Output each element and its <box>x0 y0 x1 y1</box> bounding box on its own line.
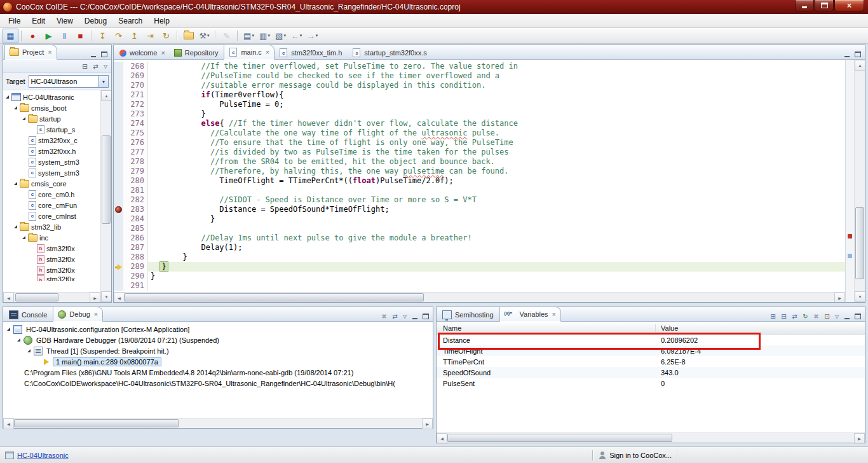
editor-vscrollbar[interactable]: ▲ ▼ <box>854 60 865 302</box>
code-text[interactable] <box>148 186 845 195</box>
gutter-margin[interactable] <box>114 262 123 272</box>
gutter-margin[interactable] <box>114 62 123 71</box>
code-text[interactable]: } <box>148 214 845 224</box>
code-text[interactable]: PulseTime = 0; <box>148 100 845 109</box>
gutter-margin[interactable] <box>114 233 123 243</box>
code-text[interactable]: } <box>148 272 845 281</box>
breakpoint-icon[interactable] <box>115 206 122 213</box>
project-hscrollbar[interactable]: ◀ ▶ <box>3 292 100 302</box>
code-line[interactable]: 273} <box>114 109 845 119</box>
editor-layout-button[interactable]: ▥▾ <box>257 29 273 43</box>
variable-row[interactable]: TTimePerCnt6.25E-8 <box>437 356 865 367</box>
menu-item-help[interactable]: Help <box>148 15 175 27</box>
expand-toggle-icon[interactable] <box>22 236 25 239</box>
code-text[interactable]: //suitable error message could be displa… <box>148 81 845 90</box>
menu-item-edit[interactable]: Edit <box>26 15 51 27</box>
gutter-margin[interactable] <box>114 109 123 119</box>
variables-hscrollbar[interactable]: ◀ ▶ <box>437 432 865 443</box>
view-menu-icon[interactable]: ▽ <box>400 311 409 321</box>
tree-item[interactable]: stm32f0x <box>3 254 100 265</box>
tree-item[interactable]: core_cmInst <box>3 211 100 221</box>
code-line[interactable]: 283Distance = SpeedOfSound*TimeOfFlight; <box>114 205 845 214</box>
tree-item[interactable]: stm32_lib <box>3 221 100 232</box>
gutter-margin[interactable] <box>114 243 123 252</box>
gutter-margin[interactable] <box>114 157 123 167</box>
close-view-icon[interactable]: × <box>552 310 556 318</box>
close-view-icon[interactable]: × <box>48 48 51 56</box>
scroll-up-icon[interactable]: ▲ <box>101 90 111 101</box>
gutter-margin[interactable] <box>114 272 123 281</box>
code-line[interactable]: 278//from the SR04 to be emitted, hit th… <box>114 157 845 167</box>
code-line[interactable]: 282//SIDOT - Speed is Distance over Time… <box>114 195 845 205</box>
maximize-view-button[interactable] <box>98 49 109 59</box>
code-text[interactable]: else{ //If the timer however didn't over… <box>148 119 845 128</box>
scrollbar-track[interactable] <box>14 418 422 428</box>
code-editor[interactable]: 268//If the timer overflowed, set PulseT… <box>114 60 865 302</box>
minimize-button[interactable] <box>795 0 814 11</box>
gutter-margin[interactable] <box>114 148 123 157</box>
step-over-button[interactable]: ↷ <box>111 29 126 43</box>
scroll-right-icon[interactable]: ▶ <box>834 293 845 302</box>
code-text[interactable]: //PulseTime could be checked to see if t… <box>148 71 845 81</box>
scroll-right-icon[interactable]: ▶ <box>422 418 433 429</box>
maximize-view-button[interactable] <box>852 49 863 59</box>
view-menu-icon[interactable]: ▽ <box>101 61 110 71</box>
gutter-margin[interactable] <box>114 176 123 186</box>
collapse-all-icon[interactable]: ⇄ <box>789 311 800 321</box>
code-line[interactable]: 269//PulseTime could be checked to see i… <box>114 71 845 81</box>
gutter-margin[interactable] <box>114 100 123 109</box>
debug-tree-item[interactable]: HC-04Ultrasonic.configuration [Cortex-M … <box>3 324 433 335</box>
variable-row[interactable]: PulseSent0 <box>437 378 865 389</box>
open-project-button[interactable] <box>180 29 196 43</box>
expand-toggle-icon[interactable] <box>14 182 17 185</box>
expand-toggle-icon[interactable] <box>14 106 17 109</box>
editor-hscrollbar[interactable]: ◀ ▶ <box>114 292 845 302</box>
breakpoint-marker-icon[interactable] <box>848 234 852 238</box>
gutter-margin[interactable] <box>114 128 123 138</box>
menu-item-file[interactable]: File <box>3 15 26 27</box>
code-text[interactable] <box>148 281 845 291</box>
menu-item-search[interactable]: Search <box>112 15 148 27</box>
tree-item[interactable]: system_stm3 <box>3 156 100 167</box>
menu-item-debug[interactable]: Debug <box>79 15 112 27</box>
code-text[interactable]: //is divided by two as PulseTime is the … <box>148 148 845 157</box>
gutter-margin[interactable] <box>114 167 123 176</box>
tree-item[interactable]: system_stm3 <box>3 167 100 178</box>
code-text[interactable]: //Calculate the one way time of flight o… <box>148 128 845 138</box>
minimize-view-button[interactable] <box>841 49 852 59</box>
tree-item[interactable]: core_cm0.h <box>3 189 100 200</box>
debug-tree-item[interactable]: C:\CooCox\CoIDE\workspace\HC-04Ultrasoni… <box>3 378 433 389</box>
code-text[interactable]: } <box>148 109 845 119</box>
code-line[interactable]: 288} <box>114 252 845 262</box>
close-view-icon[interactable]: × <box>94 310 98 318</box>
scroll-right-icon[interactable]: ▶ <box>854 433 865 444</box>
show-logical-structure-icon[interactable]: ⊟ <box>778 311 789 321</box>
variable-row[interactable]: Distance0.20896202 <box>437 335 865 345</box>
editor-tab-startup-stm32f0xx-s[interactable]: startup_stm32f0xx.s <box>348 46 432 59</box>
back-button[interactable]: ←▾ <box>288 29 304 43</box>
code-line[interactable]: 284} <box>114 214 845 224</box>
current-line-marker-icon[interactable] <box>848 254 852 258</box>
code-line[interactable]: 285 <box>114 224 845 233</box>
close-tab-icon[interactable]: × <box>266 48 269 56</box>
terminate-icon[interactable]: ✖ <box>379 311 390 321</box>
scrollbar-track[interactable] <box>14 293 90 302</box>
code-text[interactable]: //Delay 1ms until next pulse to give the… <box>148 233 845 243</box>
variable-row[interactable]: TimeOfFlight6.092187E-4 <box>437 345 865 356</box>
editor-tab-welcome[interactable]: welcome× <box>115 46 170 59</box>
column-header-value[interactable]: Value <box>656 324 678 332</box>
code-line[interactable]: 270//suitable error message could be dis… <box>114 81 845 90</box>
scroll-left-icon[interactable]: ◀ <box>437 433 447 444</box>
flash-tools-button[interactable]: ⚒▾ <box>196 29 212 43</box>
flash-download-button[interactable]: ● <box>25 29 41 43</box>
gutter-margin[interactable] <box>114 205 123 214</box>
maximize-view-button[interactable] <box>420 311 431 321</box>
code-line[interactable]: 291 <box>114 281 845 291</box>
project-status-link[interactable]: HC-04Ultrasonic <box>17 452 69 459</box>
editor-tab-main-c[interactable]: main.c× <box>224 45 275 60</box>
code-line[interactable]: 275//Calculate the one way time of fligh… <box>114 128 845 138</box>
scroll-left-icon[interactable]: ◀ <box>114 293 125 302</box>
code-line[interactable]: 276//To ensure that the time of flight i… <box>114 138 845 148</box>
code-text[interactable]: Delay(1); <box>148 243 845 252</box>
minimize-view-button[interactable] <box>88 49 98 59</box>
